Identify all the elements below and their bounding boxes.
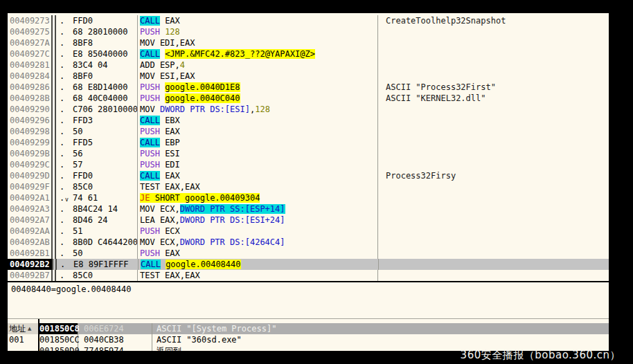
disasm-row[interactable]: 0040927C.E8 85040000CALL <JMP.&MFC42.#82… bbox=[8, 48, 609, 60]
disasm-row[interactable]: 0040929D.FFD0CALL EAXProcess32Firsy bbox=[8, 170, 609, 181]
column-divider bbox=[51, 192, 56, 203]
disasm-row[interactable]: 004092B1.50PUSH EAX bbox=[8, 248, 609, 259]
row-opcode: .E8 89F1FFFF bbox=[57, 259, 139, 270]
analysis-dot: . bbox=[60, 270, 64, 281]
row-address: 004092A7 bbox=[8, 215, 51, 226]
column-divider bbox=[51, 181, 56, 192]
row-bytes: 50 bbox=[73, 248, 82, 259]
row-comment bbox=[378, 226, 609, 237]
instruction-segment: 4 bbox=[180, 60, 185, 70]
row-comment bbox=[378, 48, 609, 60]
column-divider bbox=[51, 203, 56, 215]
row-comment bbox=[378, 203, 609, 215]
instruction-segment: PUSH bbox=[140, 149, 160, 158]
row-instruction: PUSH 128 bbox=[138, 26, 378, 37]
row-bytes: 83C4 04 bbox=[73, 60, 108, 71]
disasm-row[interactable]: 00409286.68 E8D14000PUSH google.0040D1E8… bbox=[8, 82, 609, 93]
instruction-segment: SHORT google.00409304 bbox=[150, 193, 260, 203]
row-bytes: C706 28010000 bbox=[73, 104, 138, 115]
disasm-row[interactable]: 0040928B.68 40C04000PUSH google.0040C040… bbox=[8, 93, 609, 104]
disasm-row[interactable]: 0040929B.56PUSH ESI bbox=[8, 148, 609, 159]
disasm-row[interactable]: 00409290.C706 28010000MOV DWORD PTR DS:[… bbox=[8, 104, 609, 115]
disasm-row[interactable]: 004092AB.8B0D C4644200MOV ECX,DWORD PTR … bbox=[8, 237, 609, 248]
row-bytes: 85C0 bbox=[73, 270, 93, 281]
disasm-row[interactable]: 004092AA.51PUSH ECX bbox=[8, 226, 609, 237]
instruction-segment: EAX bbox=[160, 248, 180, 258]
row-comment bbox=[378, 270, 609, 281]
column-divider bbox=[51, 270, 56, 281]
disasm-row[interactable]: 004092A1.v74 61JE SHORT google.00409304 bbox=[8, 192, 609, 203]
row-opcode: .50 bbox=[56, 126, 138, 137]
row-address: 00409281 bbox=[8, 60, 51, 71]
row-opcode: .FFD3 bbox=[56, 115, 138, 126]
row-instruction: MOV ECX,DWORD PTR DS:[4264C4] bbox=[138, 237, 378, 248]
dump-address-header[interactable]: 地址▲ bbox=[8, 323, 38, 334]
instruction-segment: PUSH bbox=[140, 82, 160, 92]
column-divider bbox=[51, 170, 56, 181]
dump-ascii: ASCII "[System Process]" bbox=[152, 323, 609, 334]
disasm-row[interactable]: 004092A3.8B4C24 14MOV ECX,DWORD PTR SS:[… bbox=[8, 203, 609, 215]
disasm-row[interactable]: 004092B2.E8 89F1FFFFCALL google.00408440 bbox=[8, 259, 609, 270]
row-address: 0040929F bbox=[8, 181, 51, 192]
row-address: 00409299 bbox=[8, 137, 51, 148]
dump-row[interactable]: 001850CC0040CB38ASCII "360sd.exe" bbox=[39, 334, 609, 345]
disasm-row[interactable]: 004092B7.85C0TEST EAX,EAX bbox=[8, 270, 609, 281]
watermark-text: 360安全播报（bobao.360.cn） bbox=[461, 348, 621, 362]
row-opcode: .8BF0 bbox=[56, 71, 138, 82]
instruction-segment: PUSH bbox=[140, 93, 160, 103]
disasm-row[interactable]: 00409275.68 28010000PUSH 128 bbox=[8, 26, 609, 37]
instruction-segment: TEST EAX,EAX bbox=[140, 271, 200, 280]
row-comment bbox=[378, 104, 609, 115]
disasm-row[interactable]: 00409273.FFD0CALL EAXCreateToolhelp32Sna… bbox=[8, 15, 609, 26]
row-address: 004092A1 bbox=[8, 192, 51, 203]
row-opcode: .FFD0 bbox=[56, 15, 138, 26]
disasm-row[interactable]: 004092A7.8D46 24LEA EAX,DWORD PTR DS:[ES… bbox=[8, 215, 609, 226]
row-comment: Process32Firsy bbox=[378, 170, 609, 181]
dump-address-header-label: 地址 bbox=[9, 324, 26, 334]
disasm-row[interactable]: 0040929C.57PUSH EDI bbox=[8, 159, 609, 170]
column-divider bbox=[51, 93, 56, 104]
analysis-dot: . bbox=[60, 126, 64, 137]
column-divider bbox=[51, 71, 56, 82]
disasm-row[interactable]: 00409284.8BF0MOV ESI,EAX bbox=[8, 71, 609, 82]
instruction-segment: DWORD PTR SS:[ESP+14] bbox=[180, 204, 285, 214]
instruction-segment: EAX bbox=[160, 16, 180, 26]
dump-ascii: ASCII "360sd.exe" bbox=[152, 334, 609, 345]
instruction-segment: CALL bbox=[140, 16, 160, 26]
column-divider bbox=[51, 104, 56, 115]
row-opcode: .8D46 24 bbox=[56, 215, 138, 226]
row-opcode: .FFD0 bbox=[56, 170, 138, 181]
row-address: 004092B2 bbox=[8, 259, 52, 270]
left-partial-address: 001 bbox=[8, 334, 38, 345]
row-bytes: FFD0 bbox=[73, 15, 93, 26]
disasm-row[interactable]: 0040927A.8BF8MOV EDI,EAX bbox=[8, 37, 609, 48]
instruction-segment: EAX bbox=[160, 127, 180, 136]
row-comment bbox=[378, 71, 609, 82]
info-pane: 00408440=google.00408440 bbox=[8, 282, 609, 318]
analysis-dot: . bbox=[60, 192, 64, 203]
info-text: 00408440=google.00408440 bbox=[11, 284, 131, 294]
row-instruction: CALL EAX bbox=[138, 170, 378, 181]
column-divider bbox=[51, 148, 56, 159]
disasm-row[interactable]: 0040929F.85C0TEST EAX,EAX bbox=[8, 181, 609, 192]
disasm-row[interactable]: 00409281.83C4 04ADD ESP,4 bbox=[8, 60, 609, 71]
row-bytes: 68 E8D14000 bbox=[73, 82, 127, 93]
dump-value: 006E6724 bbox=[78, 323, 152, 334]
row-instruction: PUSH google.0040C040 bbox=[138, 93, 378, 104]
row-bytes: 8B4C24 14 bbox=[73, 203, 118, 215]
row-instruction: PUSH google.0040D1E8 bbox=[138, 82, 378, 93]
row-opcode: .68 40C04000 bbox=[56, 93, 138, 104]
disasm-row[interactable]: 00409299.FFD5CALL EBP bbox=[8, 137, 609, 148]
row-comment bbox=[379, 259, 609, 270]
disasm-row[interactable]: 00409298.50PUSH EAX bbox=[8, 126, 609, 137]
instruction-segment: MOV ECX, bbox=[140, 204, 180, 214]
row-comment bbox=[378, 115, 609, 126]
row-instruction: TEST EAX,EAX bbox=[138, 181, 378, 192]
instruction-segment: LEA EAX, bbox=[140, 215, 180, 225]
row-address: 00409286 bbox=[8, 82, 51, 93]
disasm-row[interactable]: 00409296.FFD3CALL EBX bbox=[8, 115, 609, 126]
dump-row[interactable]: 001850C8006E6724ASCII "[System Process]" bbox=[39, 323, 609, 334]
row-bytes: 56 bbox=[73, 148, 82, 159]
analysis-dot: . bbox=[60, 237, 64, 248]
analysis-dot: . bbox=[60, 48, 64, 60]
